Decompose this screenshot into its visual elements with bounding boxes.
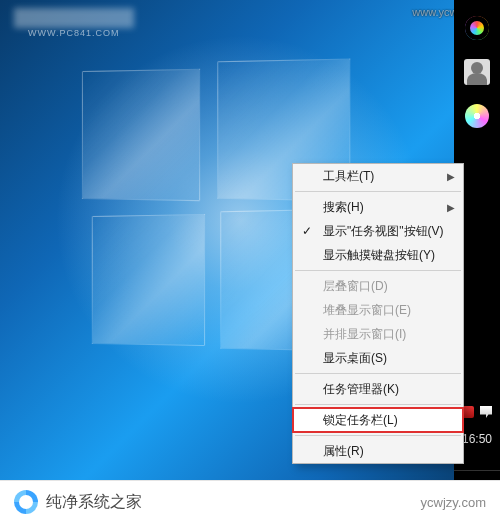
windows-logo-pane [92, 214, 205, 346]
menu-search[interactable]: 搜索(H) ▶ [293, 195, 463, 219]
menu-separator [295, 191, 461, 192]
menu-stacked-windows: 堆叠显示窗口(E) [293, 298, 463, 322]
menu-label: 工具栏(T) [323, 169, 374, 183]
show-desktop-button[interactable] [454, 470, 500, 480]
flower-icon [465, 104, 489, 128]
action-center-icon[interactable] [480, 406, 492, 418]
chevron-right-icon: ▶ [447, 200, 455, 216]
menu-label: 属性(R) [323, 444, 364, 458]
windows-logo-pane [82, 69, 200, 201]
menu-show-touch-keyboard-button[interactable]: 显示触摸键盘按钮(Y) [293, 243, 463, 267]
menu-label: 显示"任务视图"按钮(V) [323, 224, 444, 238]
menu-cascade-windows: 层叠窗口(D) [293, 274, 463, 298]
menu-show-desktop[interactable]: 显示桌面(S) [293, 346, 463, 370]
menu-properties[interactable]: 属性(R) [293, 439, 463, 463]
taskbar-app-user[interactable] [463, 58, 491, 86]
brand-left: 纯净系统之家 [14, 490, 142, 514]
menu-label: 显示触摸键盘按钮(Y) [323, 248, 435, 262]
menu-label: 并排显示窗口(I) [323, 327, 406, 341]
menu-separator [295, 270, 461, 271]
user-avatar-icon [464, 59, 490, 85]
menu-label: 层叠窗口(D) [323, 279, 388, 293]
brand-logo-icon [14, 490, 38, 514]
menu-label: 锁定任务栏(L) [323, 413, 398, 427]
source-logo-blur [14, 8, 134, 28]
check-icon: ✓ [302, 223, 312, 239]
attribution-bar: 纯净系统之家 ycwjzy.com [0, 480, 500, 523]
colorwheel-icon [465, 16, 489, 40]
menu-lock-taskbar[interactable]: 锁定任务栏(L) [293, 408, 463, 432]
menu-sidebyside-windows: 并排显示窗口(I) [293, 322, 463, 346]
taskbar-app-flower[interactable] [463, 102, 491, 130]
menu-separator [295, 435, 461, 436]
menu-separator [295, 404, 461, 405]
menu-separator [295, 373, 461, 374]
taskbar-app-colorwheel[interactable] [463, 14, 491, 42]
taskbar-context-menu: 工具栏(T) ▶ 搜索(H) ▶ ✓ 显示"任务视图"按钮(V) 显示触摸键盘按… [292, 163, 464, 464]
menu-task-manager[interactable]: 任务管理器(K) [293, 377, 463, 401]
menu-label: 搜索(H) [323, 200, 364, 214]
menu-label: 显示桌面(S) [323, 351, 387, 365]
source-url: WWW.PC841.COM [28, 28, 120, 38]
menu-show-taskview-button[interactable]: ✓ 显示"任务视图"按钮(V) [293, 219, 463, 243]
menu-toolbars[interactable]: 工具栏(T) ▶ [293, 164, 463, 188]
brand-name: 纯净系统之家 [46, 492, 142, 513]
menu-label: 任务管理器(K) [323, 382, 399, 396]
menu-label: 堆叠显示窗口(E) [323, 303, 411, 317]
brand-site: ycwjzy.com [421, 495, 486, 510]
chevron-right-icon: ▶ [447, 169, 455, 185]
system-tray[interactable] [462, 406, 492, 418]
